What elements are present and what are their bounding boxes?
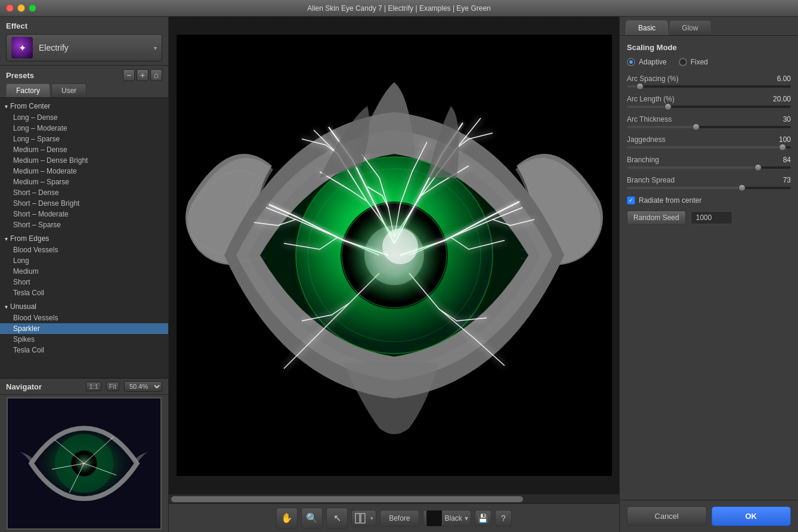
list-item[interactable]: Medium – Dense bbox=[0, 144, 168, 155]
effect-section: Effect Electrify ▾ bbox=[0, 17, 168, 66]
list-item[interactable]: Medium bbox=[0, 266, 168, 277]
presets-section: Presets − + ⌂ Factory User From Center L… bbox=[0, 66, 168, 378]
arc-thickness-slider[interactable] bbox=[627, 126, 791, 128]
svg-rect-26 bbox=[361, 514, 365, 523]
list-item[interactable]: Long – Sparse bbox=[0, 134, 168, 144]
navigator-preview bbox=[7, 397, 162, 530]
jaggedness-value: 100 bbox=[779, 135, 791, 144]
effect-label: Effect bbox=[6, 21, 162, 30]
preset-group-from-center: From Center Long – Dense Long – Moderate… bbox=[0, 99, 168, 231]
bg-color-swatch bbox=[426, 510, 443, 527]
scaling-mode-row: Adaptive Fixed bbox=[627, 58, 791, 66]
chevron-down-icon: ▾ bbox=[154, 45, 157, 51]
adaptive-radio[interactable]: Adaptive bbox=[627, 58, 667, 66]
arc-length-row: Arc Length (%) 20.00 bbox=[627, 95, 791, 108]
preset-group-unusual: Unusual Blood Vessels Sparkler Spikes Te… bbox=[0, 299, 168, 357]
presets-tabs: Factory User bbox=[0, 83, 168, 98]
split-view-button: ▾ bbox=[351, 510, 376, 527]
arc-spacing-label: Arc Spacing (%) 6.00 bbox=[627, 75, 791, 83]
preset-group-header-from-center[interactable]: From Center bbox=[0, 100, 168, 112]
split-view-main[interactable] bbox=[351, 510, 368, 527]
preset-group-header-unusual[interactable]: Unusual bbox=[0, 301, 168, 313]
jaggedness-label: Jaggedness 100 bbox=[627, 135, 791, 144]
split-view-arrow[interactable]: ▾ bbox=[368, 510, 376, 527]
scrollbar-thumb[interactable] bbox=[171, 496, 523, 502]
list-item[interactable]: Short – Dense bbox=[0, 187, 168, 198]
window-buttons bbox=[6, 4, 36, 12]
tab-factory[interactable]: Factory bbox=[6, 83, 50, 97]
list-item[interactable]: Long – Moderate bbox=[0, 123, 168, 134]
arc-length-label: Arc Length (%) 20.00 bbox=[627, 95, 791, 103]
maximize-button[interactable] bbox=[29, 4, 36, 12]
list-item[interactable]: Medium – Sparse bbox=[0, 177, 168, 187]
before-button[interactable]: Before bbox=[380, 510, 419, 527]
seed-input[interactable] bbox=[691, 211, 732, 224]
fixed-radio-circle bbox=[679, 58, 687, 66]
list-item[interactable]: Long – Dense bbox=[0, 112, 168, 123]
zoom-1to1-button[interactable]: 1:1 bbox=[86, 382, 101, 391]
tab-glow[interactable]: Glow bbox=[669, 20, 710, 35]
right-tabs: Basic Glow bbox=[620, 17, 798, 36]
zoom-fit-button[interactable]: Fit bbox=[106, 382, 119, 391]
main-layout: Effect Electrify ▾ Presets − + ⌂ Factory… bbox=[0, 17, 798, 532]
zoom-select[interactable]: 50.4% 25% 100% bbox=[124, 381, 162, 392]
branching-label: Branching 84 bbox=[627, 156, 791, 164]
list-item[interactable]: Short bbox=[0, 277, 168, 287]
canvas-scrollbar[interactable] bbox=[169, 494, 619, 503]
list-item[interactable]: Tesla Coil bbox=[0, 345, 168, 355]
arc-length-slider[interactable] bbox=[627, 106, 791, 108]
list-item[interactable]: Spikes bbox=[0, 334, 168, 345]
adaptive-label: Adaptive bbox=[639, 58, 667, 66]
branch-spread-slider[interactable] bbox=[627, 187, 791, 189]
jaggedness-slider[interactable] bbox=[627, 146, 791, 149]
right-panel: Basic Glow Scaling Mode Adaptive Fixed A… bbox=[619, 17, 798, 532]
remove-preset-button[interactable]: − bbox=[123, 69, 135, 81]
effect-selector[interactable]: Electrify ▾ bbox=[6, 34, 162, 61]
select-tool-button[interactable]: ↖ bbox=[326, 508, 348, 529]
background-color-button[interactable]: Black ▾ bbox=[423, 510, 471, 527]
list-item[interactable]: Blood Vessels bbox=[0, 313, 168, 323]
navigator-title: Navigator bbox=[6, 382, 86, 391]
list-item[interactable]: Short – Sparse bbox=[0, 219, 168, 230]
fixed-radio[interactable]: Fixed bbox=[679, 58, 708, 66]
random-seed-button[interactable]: Random Seed bbox=[627, 211, 686, 225]
presets-list[interactable]: From Center Long – Dense Long – Moderate… bbox=[0, 98, 168, 378]
list-item-selected[interactable]: Sparkler bbox=[0, 323, 168, 334]
save-button[interactable]: 💾 bbox=[475, 510, 491, 527]
arc-thickness-value: 30 bbox=[783, 115, 791, 123]
zoom-tool-button[interactable]: 🔍 bbox=[301, 508, 323, 529]
close-button[interactable] bbox=[6, 4, 14, 12]
branching-row: Branching 84 bbox=[627, 156, 791, 169]
bg-color-label: Black bbox=[445, 514, 465, 522]
list-item[interactable]: Long bbox=[0, 255, 168, 266]
tab-basic[interactable]: Basic bbox=[626, 20, 668, 35]
presets-title: Presets bbox=[6, 71, 121, 80]
arc-spacing-row: Arc Spacing (%) 6.00 bbox=[627, 75, 791, 88]
list-item[interactable]: Short – Dense Bright bbox=[0, 198, 168, 209]
navigator-section: Navigator 1:1 Fit 50.4% 25% 100% bbox=[0, 378, 168, 532]
svg-rect-25 bbox=[355, 514, 360, 523]
list-item[interactable]: Short – Moderate bbox=[0, 209, 168, 219]
hand-tool-button[interactable]: ✋ bbox=[276, 508, 298, 529]
add-preset-button[interactable]: + bbox=[137, 69, 149, 81]
arc-spacing-slider[interactable] bbox=[627, 85, 791, 88]
list-item[interactable]: Blood Vessels bbox=[0, 245, 168, 255]
right-content: Scaling Mode Adaptive Fixed Arc Spacing … bbox=[620, 36, 798, 500]
adaptive-radio-circle bbox=[627, 58, 635, 66]
help-button[interactable]: ? bbox=[495, 510, 512, 527]
preset-group-header-from-edges[interactable]: From Edges bbox=[0, 233, 168, 245]
arc-spacing-value: 6.00 bbox=[777, 75, 791, 83]
radiate-checkbox[interactable]: ✓ bbox=[627, 196, 635, 205]
branching-slider[interactable] bbox=[627, 166, 791, 169]
list-item[interactable]: Tesla Coil bbox=[0, 287, 168, 298]
tab-user[interactable]: User bbox=[51, 83, 86, 97]
arc-thickness-row: Arc Thickness 30 bbox=[627, 115, 791, 128]
cancel-button[interactable]: Cancel bbox=[627, 506, 707, 526]
minimize-button[interactable] bbox=[17, 4, 25, 12]
list-item[interactable]: Medium – Dense Bright bbox=[0, 155, 168, 166]
list-item[interactable]: Medium – Moderate bbox=[0, 166, 168, 177]
ok-button[interactable]: OK bbox=[712, 506, 791, 526]
chevron-down-icon: ▾ bbox=[465, 514, 471, 522]
navigator-preview-svg bbox=[8, 398, 160, 529]
home-preset-button[interactable]: ⌂ bbox=[150, 69, 162, 81]
